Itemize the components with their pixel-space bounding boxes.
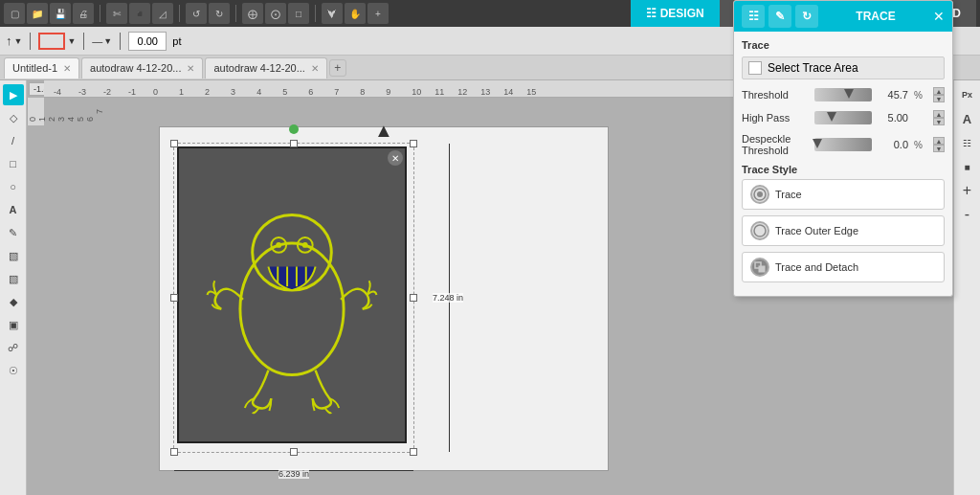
trace-detach-icon-svg — [752, 259, 768, 275]
pan-icon[interactable]: ✋ — [345, 3, 366, 24]
svg-rect-0 — [179, 149, 405, 441]
rect-tool[interactable]: □ — [3, 153, 24, 174]
svg-point-12 — [757, 191, 763, 197]
select-trace-area-row[interactable]: Select Trace Area — [742, 56, 945, 79]
paste-icon[interactable]: ◿ — [152, 3, 173, 24]
grid-icon[interactable]: ☷ — [957, 132, 978, 153]
close-tab-autodraw1[interactable]: ✕ — [187, 63, 194, 74]
ruler-mark: 13 — [480, 87, 490, 97]
move-arrow-up[interactable]: ▲ — [374, 120, 393, 142]
open-icon[interactable]: 📁 — [27, 3, 48, 24]
ruler-mark: -4 — [54, 87, 61, 97]
select-trace-checkbox[interactable] — [748, 61, 762, 75]
threshold-slider[interactable] — [814, 88, 872, 101]
ruler-mark: 1 — [179, 87, 184, 97]
select-tool[interactable]: ▶ — [3, 84, 24, 105]
zoom-out-icon[interactable]: ⨀ — [265, 3, 286, 24]
threshold-down-button[interactable]: ▼ — [933, 95, 945, 102]
rotate-handle[interactable] — [289, 124, 299, 134]
ruler-mark: 12 — [457, 87, 467, 97]
trace-tab-grid[interactable]: ☷ — [742, 5, 765, 28]
new-tab-button[interactable]: + — [329, 59, 346, 77]
pixel-icon[interactable]: Px — [957, 84, 978, 105]
nav-icons-group: ▢ 📁 💾 🖨 ✄ ◾ ◿ ↺ ↻ ⨁ ⨀ □ ⮟ ✋ + — [4, 3, 389, 24]
despeckle-down-button[interactable]: ▼ — [933, 145, 945, 152]
tab-autodraw1[interactable]: autodraw 4-12-20... ✕ — [81, 57, 203, 79]
pen-tool[interactable]: ✎ — [3, 222, 24, 243]
high-pass-slider[interactable] — [814, 111, 872, 124]
trace-button[interactable]: Trace — [742, 179, 945, 210]
ruler-mark: -3 — [78, 87, 86, 97]
copy-icon[interactable]: ◾ — [129, 3, 150, 24]
save-icon[interactable]: 💾 — [50, 3, 71, 24]
despeckle-up-button[interactable]: ▲ — [933, 137, 945, 145]
stroke-color-box[interactable] — [38, 33, 65, 50]
threshold-spinner[interactable]: ▲ ▼ — [933, 87, 945, 102]
font-icon[interactable]: A — [957, 108, 978, 129]
despeckle-row: Despeckle Threshold 0.0 % ▲ ▼ — [742, 133, 945, 156]
grid2-icon[interactable]: ■ — [957, 156, 978, 177]
trace-panel-content: Trace Select Trace Area Threshold 45.7 %… — [734, 32, 952, 296]
ellipse-tool[interactable]: ○ — [3, 176, 24, 197]
design-grid-icon: ☷ — [646, 7, 657, 20]
ruler-mark: 14 — [503, 87, 513, 97]
eraser-tool[interactable]: ▧ — [3, 245, 24, 266]
separator-2 — [179, 5, 180, 22]
despeckle-unit: % — [914, 140, 925, 150]
separator-3 — [235, 5, 236, 22]
stroke-width-input[interactable] — [128, 32, 167, 51]
trace-tabs: ☷ ✎ ↻ — [742, 5, 818, 28]
eyedrop-tool[interactable]: ◆ — [3, 291, 24, 312]
zoom-plus-icon[interactable]: + — [957, 180, 978, 201]
line-tool[interactable]: / — [3, 130, 24, 151]
trace-detach-label: Trace and Detach — [775, 261, 858, 273]
trace-outer-edge-button[interactable]: Trace Outer Edge — [742, 215, 945, 246]
zoom-tool[interactable]: ☍ — [3, 337, 24, 358]
despeckle-spinner[interactable]: ▲ ▼ — [933, 137, 945, 152]
high-pass-label: High Pass — [742, 112, 809, 124]
tab-untitled1[interactable]: Untitled-1 ✕ — [4, 57, 79, 79]
zoom-minus-icon[interactable]: - — [957, 204, 978, 225]
trace-tab-loop[interactable]: ↻ — [795, 5, 818, 28]
node-tool[interactable]: ◇ — [3, 107, 24, 128]
image-frame[interactable]: ✕ — [177, 146, 407, 443]
threshold-row: Threshold 45.7 % ▲ ▼ — [742, 87, 945, 102]
fill-tool[interactable]: ▧ — [3, 268, 24, 289]
zoom-in-icon[interactable]: ⨁ — [242, 3, 263, 24]
undo-icon[interactable]: ↺ — [186, 3, 207, 24]
design-tab[interactable]: ☷ DESIGN — [631, 0, 720, 27]
text-tool[interactable]: A — [3, 199, 24, 220]
handle-bottom-mid[interactable] — [290, 448, 298, 456]
crop-tool[interactable]: ▣ — [3, 314, 24, 335]
tab-autodraw2[interactable]: autodraw 4-12-20... ✕ — [205, 57, 326, 79]
trace-tab-pen[interactable]: ✎ — [768, 5, 791, 28]
cut-icon[interactable]: ✄ — [106, 3, 127, 24]
handle-top-right[interactable] — [410, 140, 417, 147]
trace-outer-icon — [750, 221, 769, 240]
threshold-up-button[interactable]: ▲ — [933, 87, 945, 95]
zoom-fit-icon[interactable]: □ — [288, 3, 309, 24]
move-down-icon[interactable]: ⮟ — [322, 3, 343, 24]
print-icon[interactable]: 🖨 — [73, 3, 94, 24]
trace-button-label: Trace — [775, 189, 802, 200]
high-pass-spinner[interactable]: ▲ ▼ — [933, 110, 945, 125]
close-tab-autodraw2[interactable]: ✕ — [311, 63, 319, 74]
add-icon[interactable]: + — [368, 3, 389, 24]
handle-bottom-right[interactable] — [410, 448, 417, 456]
separator-1 — [100, 5, 100, 22]
trace-detach-button[interactable]: Trace and Detach — [742, 252, 945, 282]
image-close-button[interactable]: ✕ — [388, 150, 403, 166]
redo-icon[interactable]: ↻ — [209, 3, 230, 24]
despeckle-slider[interactable] — [814, 138, 872, 151]
svg-point-5 — [276, 242, 281, 248]
handle-bottom-left[interactable] — [170, 448, 178, 456]
high-pass-down-button[interactable]: ▼ — [933, 118, 945, 125]
close-tab-untitled1[interactable]: ✕ — [63, 63, 71, 74]
new-icon[interactable]: ▢ — [4, 3, 25, 24]
high-pass-up-button[interactable]: ▲ — [933, 110, 945, 118]
hand-tool[interactable]: ☉ — [3, 360, 24, 381]
ruler-mark: 5 — [282, 87, 287, 97]
handle-mid-right[interactable] — [410, 294, 417, 302]
trace-panel-close[interactable]: ✕ — [933, 10, 945, 23]
tab-autodraw2-label: autodraw 4-12-20... — [213, 62, 304, 74]
